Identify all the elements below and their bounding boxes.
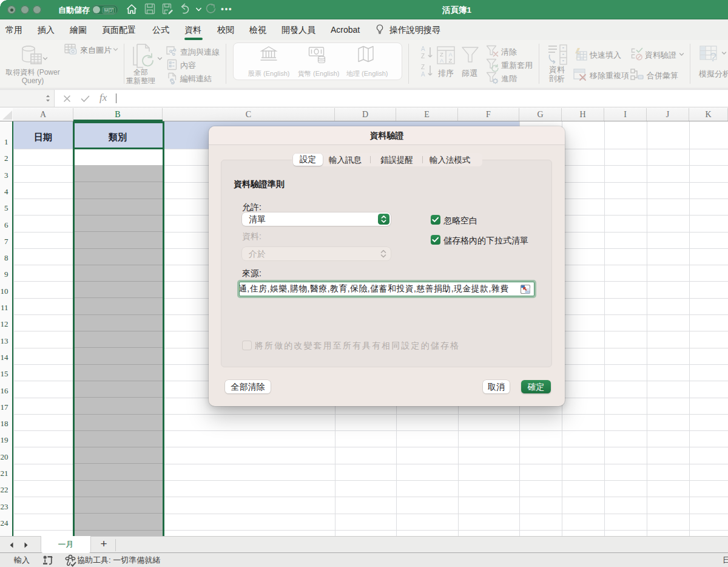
svg-text:A: A xyxy=(421,46,425,52)
svg-text:A: A xyxy=(440,57,444,64)
svg-text:A: A xyxy=(421,71,425,78)
svg-text:?: ? xyxy=(710,50,716,64)
svg-text:Z: Z xyxy=(421,53,425,59)
svg-text:Z: Z xyxy=(449,57,453,64)
svg-text:Z: Z xyxy=(421,64,425,70)
